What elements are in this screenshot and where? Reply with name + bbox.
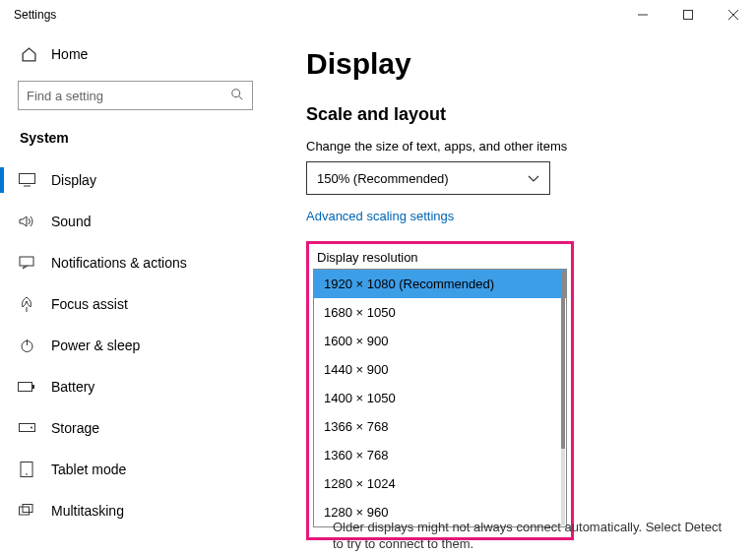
home-nav[interactable]: Home xyxy=(0,35,271,73)
svg-rect-13 xyxy=(19,424,34,432)
advanced-scaling-link[interactable]: Advanced scaling settings xyxy=(306,209,732,223)
close-button[interactable] xyxy=(711,0,756,30)
search-input[interactable]: Find a setting xyxy=(18,81,253,110)
power-icon xyxy=(18,337,35,354)
scale-select[interactable]: 150% (Recommended) xyxy=(306,161,550,195)
sidebar-item-power-sleep[interactable]: Power & sleep xyxy=(0,325,271,366)
resolution-option[interactable]: 1360 × 768 xyxy=(314,441,566,469)
sidebar-item-label: Battery xyxy=(51,379,94,395)
sidebar: Home Find a setting System Display Sound xyxy=(0,30,271,555)
scale-label: Change the size of text, apps, and other… xyxy=(306,139,732,154)
minimize-button[interactable] xyxy=(620,0,665,30)
svg-rect-11 xyxy=(19,382,32,391)
chevron-down-icon xyxy=(528,171,539,186)
sidebar-item-label: Storage xyxy=(51,420,99,436)
battery-icon xyxy=(18,378,35,396)
section-title: System xyxy=(0,120,271,154)
scale-heading: Scale and layout xyxy=(306,104,732,125)
content-area: Display Scale and layout Change the size… xyxy=(271,30,756,555)
home-label: Home xyxy=(51,46,88,62)
svg-rect-6 xyxy=(19,174,34,184)
focus-assist-icon xyxy=(18,295,35,313)
resolution-highlight-box: Display resolution 1920 × 1080 (Recommen… xyxy=(306,241,574,540)
resolution-option[interactable]: 1680 × 1050 xyxy=(314,298,566,327)
resolution-option[interactable]: 1400 × 1050 xyxy=(314,384,566,412)
sidebar-item-label: Sound xyxy=(51,214,91,229)
tablet-icon xyxy=(18,461,35,478)
sidebar-item-tablet-mode[interactable]: Tablet mode xyxy=(0,449,271,490)
scale-value: 150% (Recommended) xyxy=(317,171,449,186)
multitasking-icon xyxy=(18,502,35,520)
resolution-dropdown[interactable]: 1920 × 1080 (Recommended) 1680 × 1050 16… xyxy=(313,269,567,527)
svg-rect-8 xyxy=(20,257,33,266)
svg-line-5 xyxy=(239,95,243,99)
maximize-button[interactable] xyxy=(665,0,711,30)
sidebar-item-label: Display xyxy=(51,172,96,188)
svg-point-4 xyxy=(232,89,240,96)
sidebar-item-storage[interactable]: Storage xyxy=(0,407,271,449)
svg-rect-1 xyxy=(684,11,693,20)
titlebar: Settings xyxy=(0,0,756,30)
svg-rect-12 xyxy=(32,385,34,389)
sidebar-item-label: Focus assist xyxy=(51,296,128,312)
resolution-option[interactable]: 1366 × 768 xyxy=(314,412,566,441)
page-title: Display xyxy=(306,47,732,81)
resolution-option[interactable]: 1440 × 900 xyxy=(314,355,566,384)
storage-icon xyxy=(18,419,35,437)
resolution-option[interactable]: 1600 × 900 xyxy=(314,327,566,355)
sidebar-item-label: Notifications & actions xyxy=(51,255,187,271)
sidebar-item-battery[interactable]: Battery xyxy=(0,366,271,407)
home-icon xyxy=(20,45,37,63)
resolution-option[interactable]: 1920 × 1080 (Recommended) xyxy=(314,270,566,298)
sidebar-item-display[interactable]: Display xyxy=(0,159,271,201)
sound-icon xyxy=(18,213,35,230)
sidebar-item-label: Tablet mode xyxy=(51,462,126,477)
sidebar-item-focus-assist[interactable]: Focus assist xyxy=(0,283,271,325)
svg-rect-17 xyxy=(19,507,29,515)
sidebar-item-notifications[interactable]: Notifications & actions xyxy=(0,242,271,283)
sidebar-item-multitasking[interactable]: Multitasking xyxy=(0,490,271,531)
search-icon xyxy=(230,88,244,104)
dropdown-scrollbar[interactable] xyxy=(561,271,565,525)
sidebar-item-label: Multitasking xyxy=(51,503,124,519)
svg-rect-18 xyxy=(23,505,32,513)
resolution-option[interactable]: 1280 × 1024 xyxy=(314,469,566,498)
notifications-icon xyxy=(18,254,35,272)
sidebar-item-sound[interactable]: Sound xyxy=(0,201,271,242)
display-icon xyxy=(18,171,35,189)
footer-helper-text: Older displays might not always connect … xyxy=(333,520,726,553)
sidebar-item-label: Power & sleep xyxy=(51,338,140,353)
resolution-label: Display resolution xyxy=(313,248,567,269)
window-title: Settings xyxy=(14,8,56,22)
search-placeholder: Find a setting xyxy=(27,89,103,103)
svg-point-14 xyxy=(31,427,32,429)
